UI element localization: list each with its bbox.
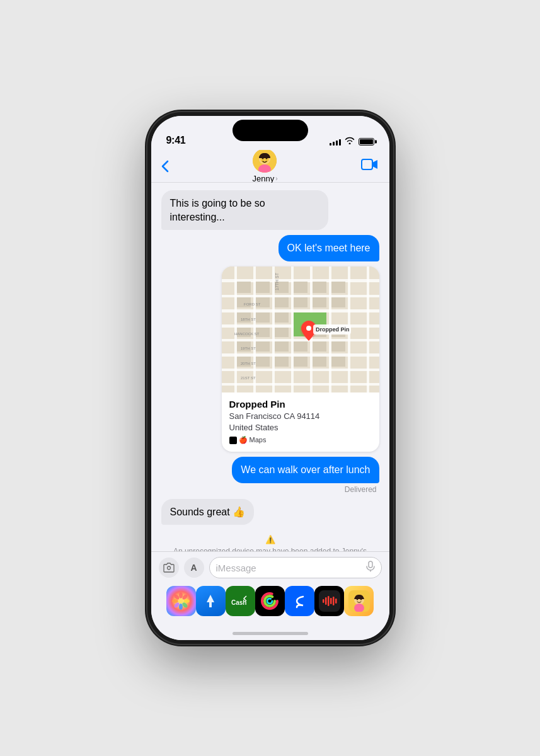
map-info: Dropped Pin San Francisco CA 94114 Unite… xyxy=(222,392,379,452)
outgoing-bubble-walk[interactable]: We can walk over after lunch xyxy=(232,457,379,483)
chevron-right-icon: › xyxy=(275,175,277,182)
back-button[interactable] xyxy=(161,160,169,173)
contact-header[interactable]: Jenny › xyxy=(252,149,277,183)
svg-rect-68 xyxy=(229,437,237,444)
app-dock: Cash xyxy=(159,583,382,621)
status-icons xyxy=(330,137,374,146)
svg-rect-23 xyxy=(367,266,369,392)
appstore-button[interactable]: A xyxy=(184,558,204,578)
svg-point-3 xyxy=(262,157,264,159)
svg-rect-12 xyxy=(222,339,379,341)
home-indicator xyxy=(151,626,389,640)
message-row-map: 17TH ST FORD ST 18TH ST HANCOCK ST 19TH … xyxy=(156,266,384,452)
svg-rect-52 xyxy=(256,357,270,367)
svg-point-81 xyxy=(178,598,183,604)
delivered-status: Delivered xyxy=(345,485,379,494)
dock-app-photos[interactable] xyxy=(166,586,196,616)
svg-text:18TH ST: 18TH ST xyxy=(241,318,256,321)
svg-rect-91 xyxy=(325,597,327,605)
battery-fill xyxy=(360,139,373,144)
phone-screen: 9:41 xyxy=(151,116,389,640)
svg-rect-47 xyxy=(275,341,289,352)
svg-rect-6 xyxy=(362,159,372,169)
svg-rect-49 xyxy=(313,341,326,352)
svg-rect-38 xyxy=(275,312,289,323)
svg-rect-34 xyxy=(313,297,326,307)
map-source: 🍎 Maps xyxy=(229,436,372,444)
svg-rect-92 xyxy=(328,596,330,606)
warning-icon: ⚠️ xyxy=(265,535,275,544)
svg-point-98 xyxy=(357,598,359,600)
svg-rect-17 xyxy=(253,266,256,392)
imessage-placeholder: iMessage xyxy=(216,563,256,573)
nav-bar: Jenny › xyxy=(151,150,389,183)
svg-rect-29 xyxy=(331,282,345,293)
svg-rect-9 xyxy=(222,295,379,297)
map-card[interactable]: 17TH ST FORD ST 18TH ST HANCOCK ST 19TH … xyxy=(222,266,379,452)
svg-rect-13 xyxy=(222,353,379,357)
input-area: A iMessage xyxy=(151,551,389,626)
signal-bar-2 xyxy=(333,142,335,146)
svg-rect-16 xyxy=(234,266,237,392)
dock-app-memoji[interactable] xyxy=(344,586,374,616)
dock-app-shazam[interactable] xyxy=(285,586,314,616)
security-notice: ⚠️ An unrecognized device may have been … xyxy=(156,530,384,551)
svg-point-65 xyxy=(306,326,311,331)
svg-text:FORD ST: FORD ST xyxy=(244,302,261,306)
svg-rect-24 xyxy=(237,282,251,293)
svg-text:17TH ST: 17TH ST xyxy=(275,272,279,290)
imessage-input[interactable]: iMessage xyxy=(209,557,382,578)
map-visual: 17TH ST FORD ST 18TH ST HANCOCK ST 19TH … xyxy=(222,266,379,392)
message-row: This is going to be so interesting... xyxy=(156,190,384,230)
svg-text:21ST ST: 21ST ST xyxy=(241,376,256,380)
contact-name: Jenny › xyxy=(252,174,277,183)
camera-button[interactable] xyxy=(159,558,179,578)
svg-rect-27 xyxy=(294,282,307,293)
messages-area[interactable]: This is going to be so interesting... OK… xyxy=(151,183,389,551)
dock-app-fitness-rings[interactable] xyxy=(255,586,285,616)
svg-point-73 xyxy=(179,592,183,598)
svg-rect-10 xyxy=(222,309,379,312)
incoming-bubble-sounds[interactable]: Sounds great 👍 xyxy=(161,499,255,525)
svg-rect-32 xyxy=(275,297,289,307)
svg-rect-54 xyxy=(294,357,307,367)
svg-rect-33 xyxy=(294,297,307,307)
svg-rect-28 xyxy=(313,282,326,293)
svg-text:19TH ST: 19TH ST xyxy=(241,346,256,350)
svg-point-69 xyxy=(167,566,170,570)
svg-rect-95 xyxy=(335,598,337,604)
phone-frame: 9:41 xyxy=(147,112,393,644)
svg-point-99 xyxy=(360,598,362,600)
svg-rect-53 xyxy=(275,357,289,367)
maps-label: 🍎 Maps xyxy=(239,436,267,444)
mic-icon xyxy=(366,561,375,575)
signal-bar-1 xyxy=(330,143,331,146)
status-time: 9:41 xyxy=(166,135,186,146)
svg-point-77 xyxy=(179,604,183,610)
svg-rect-70 xyxy=(369,561,372,568)
svg-text:Dropped Pin: Dropped Pin xyxy=(316,326,350,333)
input-row: A iMessage xyxy=(159,557,382,578)
message-row: Sounds great 👍 xyxy=(156,499,384,525)
dynamic-island xyxy=(233,120,308,141)
svg-text:HANCOCK ST: HANCOCK ST xyxy=(234,332,260,336)
svg-rect-48 xyxy=(294,341,307,352)
signal-bar-4 xyxy=(339,139,341,146)
svg-rect-42 xyxy=(275,328,289,337)
svg-rect-25 xyxy=(256,282,270,293)
battery-icon xyxy=(359,138,374,146)
dock-app-voice-memos[interactable] xyxy=(314,586,344,616)
svg-rect-56 xyxy=(331,357,345,367)
message-row: We can walk over after lunch Delivered xyxy=(156,457,384,494)
avatar xyxy=(253,149,277,173)
svg-text:Cash: Cash xyxy=(231,599,246,606)
svg-rect-88 xyxy=(289,590,311,612)
svg-rect-89 xyxy=(319,590,340,612)
incoming-bubble[interactable]: This is going to be so interesting... xyxy=(161,190,329,230)
dock-app-appstore[interactable] xyxy=(196,586,226,616)
outgoing-bubble[interactable]: OK let's meet here xyxy=(279,235,379,261)
svg-rect-55 xyxy=(313,357,326,367)
signal-bars xyxy=(330,138,341,146)
video-call-button[interactable] xyxy=(361,158,379,174)
dock-app-apple-cash[interactable]: Cash xyxy=(226,586,255,616)
